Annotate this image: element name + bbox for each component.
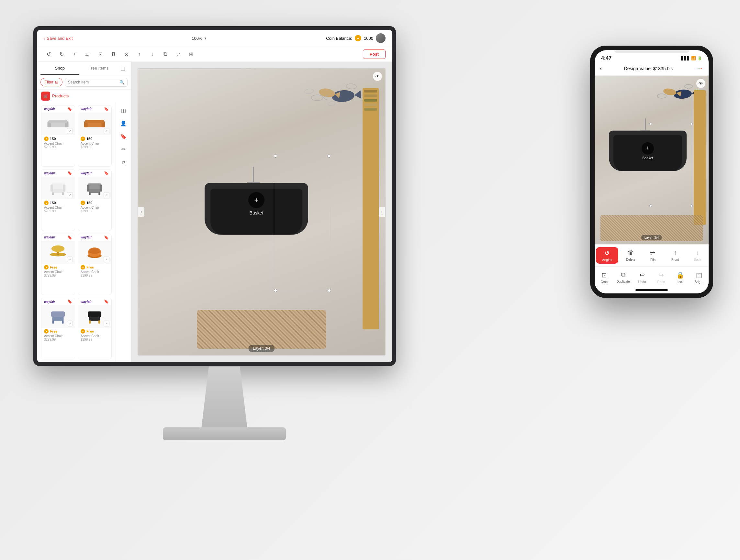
layers-icon[interactable]: ⧉ [118, 157, 128, 167]
duplicate-action-button[interactable]: ⧉ Duplicate [614, 269, 633, 286]
redo-action-label: Redo [657, 280, 665, 284]
delete-action-label: Delete [626, 258, 635, 261]
sidebar-collapse-button[interactable]: ◫ [118, 62, 127, 75]
svg-rect-11 [62, 192, 64, 195]
phone-selection-handle-bl[interactable] [649, 205, 652, 207]
flip-button[interactable]: ⇌ [173, 49, 183, 59]
app-header: ‹ Save and Exit 100% ▼ Coin Balance: ● 1… [37, 30, 392, 47]
external-link-icon[interactable]: ↗ [67, 256, 73, 262]
price-value: 150 [50, 137, 56, 141]
basket-add-button[interactable]: + [248, 192, 265, 208]
undo-action-button[interactable]: ↩ Undo [633, 269, 652, 286]
filter-button[interactable]: Filter ⊟ [40, 78, 63, 86]
bookmark-icon[interactable]: 🔖 [67, 107, 72, 111]
back-action-button[interactable]: ↓ Back [686, 247, 709, 264]
redo-action-button[interactable]: ↪ Redo [652, 269, 671, 286]
bookmark-side-icon[interactable]: 🔖 [118, 132, 128, 141]
move-up-button[interactable]: ↑ [134, 49, 144, 59]
canvas-left-collapse[interactable]: ‹ [138, 207, 145, 217]
price-coin-icon: ● [81, 265, 85, 269]
bookmark-icon[interactable]: 🔖 [104, 299, 109, 304]
chevron-left-icon: ‹ [44, 36, 45, 41]
product-info: ● 150 Accent Chair $299.99 [41, 199, 75, 215]
external-link-icon[interactable]: ↗ [67, 321, 73, 326]
bookmark-icon[interactable]: 🔖 [104, 107, 109, 111]
delete-action-button[interactable]: 🗑 Delete [620, 247, 642, 264]
phone-selection-handle-br[interactable] [690, 205, 693, 207]
grid-button[interactable]: ⊞ [186, 49, 196, 59]
product-cost: $299.99 [81, 274, 109, 277]
phone-title-dropdown-icon[interactable]: ∨ [671, 66, 674, 71]
external-link-icon[interactable]: ↗ [67, 128, 73, 134]
edit-icon[interactable]: ✏ [118, 145, 128, 154]
delete-action-icon: 🗑 [627, 249, 634, 256]
wayfair-logo: wayfair [81, 172, 92, 175]
svg-point-38 [311, 95, 323, 101]
external-link-icon[interactable]: ↗ [104, 192, 109, 198]
delete-button[interactable]: 🗑 [108, 49, 118, 59]
settings-button[interactable]: ⊙ [121, 49, 131, 59]
duplicate-button[interactable]: ⧉ [160, 49, 170, 59]
bookmark-icon[interactable]: 🔖 [67, 235, 72, 240]
save-exit-label: Save and Exit [47, 36, 73, 41]
bookmark-icon[interactable]: 🔖 [104, 235, 109, 240]
tab-free-items[interactable]: Free Items [79, 62, 118, 75]
phone-basket-add-button[interactable]: + [642, 142, 654, 155]
phone-back-button[interactable]: ‹ [600, 65, 602, 72]
phone-title-group: Design Value: $1335.0 ∨ [624, 66, 674, 71]
search-input[interactable] [68, 80, 118, 85]
person-icon[interactable]: 👤 [118, 119, 128, 128]
front-action-button[interactable]: ↑ Front [664, 247, 686, 264]
lock-action-button[interactable]: 🔒 Lock [671, 269, 690, 286]
crop-action-icon: ⊡ [602, 271, 607, 279]
angles-button[interactable]: ↺ Angles [596, 247, 618, 264]
save-exit-button[interactable]: ‹ Save and Exit [44, 36, 73, 41]
battery-icon: 🔋 [697, 56, 702, 61]
bookmark-icon[interactable]: 🔖 [67, 299, 72, 304]
external-link-icon[interactable]: ↗ [104, 321, 109, 326]
product-card[interactable]: wayfair 🔖 [41, 234, 75, 295]
post-button[interactable]: Post [363, 49, 385, 59]
bookmark-icon[interactable]: 🔖 [104, 171, 109, 175]
external-link-icon[interactable]: ↗ [104, 128, 109, 134]
collapse-icon[interactable]: ◫ [118, 106, 128, 115]
phone-basket-overlay[interactable]: + Basket [642, 142, 654, 160]
product-card[interactable]: wayfair 🔖 [78, 169, 112, 231]
product-price: ● 150 [44, 136, 72, 141]
price-value: Free [50, 329, 57, 333]
product-card[interactable]: wayfair 🔖 [41, 298, 75, 359]
zoom-control[interactable]: 100% ▼ [192, 36, 207, 41]
canvas-right-collapse[interactable]: › [379, 207, 385, 217]
product-card[interactable]: wayfair 🔖 [78, 298, 112, 359]
external-link-icon[interactable]: ↗ [104, 256, 109, 262]
crop-action-button[interactable]: ⊡ Crop [595, 269, 614, 286]
crop-button[interactable]: ⊡ [95, 49, 105, 59]
lock-action-label: Lock [676, 280, 683, 284]
product-card[interactable]: wayfair 🔖 [41, 169, 75, 231]
flip-action-button[interactable]: ⇌ Flip [642, 247, 664, 264]
product-card-header: wayfair 🔖 [41, 234, 75, 241]
bookmark-icon[interactable]: 🔖 [67, 171, 72, 175]
tab-shop[interactable]: Shop [40, 62, 79, 75]
add-button[interactable]: + [70, 49, 79, 59]
brig-action-icon: ▤ [696, 271, 702, 279]
product-card[interactable]: wayfair 🔖 [78, 234, 112, 295]
user-avatar[interactable] [376, 33, 385, 43]
undo-button[interactable]: ↺ [44, 49, 54, 59]
svg-rect-28 [53, 320, 55, 324]
phone-layer-indicator: Layer: 3/4 [641, 235, 662, 240]
price-coin-icon: ● [81, 201, 85, 205]
coin-balance-label: Coin Balance: [326, 36, 352, 41]
phone-selection-handle-tr[interactable] [690, 123, 693, 125]
basket-overlay[interactable]: + Basket [248, 192, 265, 215]
phone-forward-button[interactable]: → [696, 65, 704, 73]
eye-toggle-button[interactable]: 👁 [373, 72, 382, 81]
move-down-button[interactable]: ↓ [147, 49, 157, 59]
redo-button[interactable]: ↻ [57, 49, 66, 59]
brig-action-button[interactable]: ▤ Brig… [689, 269, 709, 286]
product-card[interactable]: wayfair 🔖 [41, 105, 75, 167]
front-action-label: Front [671, 258, 679, 261]
product-card[interactable]: wayfair 🔖 [78, 105, 112, 167]
frame-button[interactable]: ▱ [83, 49, 92, 59]
external-link-icon[interactable]: ↗ [67, 192, 73, 198]
